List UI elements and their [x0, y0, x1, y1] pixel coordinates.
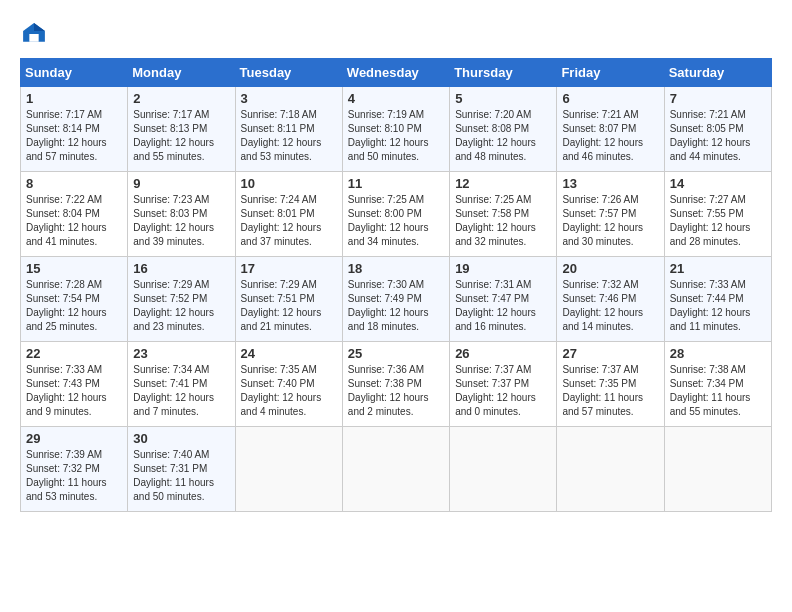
- header: [20, 20, 772, 48]
- day-cell: 20 Sunrise: 7:32 AM Sunset: 7:46 PM Dayl…: [557, 257, 664, 342]
- day-cell: 28 Sunrise: 7:38 AM Sunset: 7:34 PM Dayl…: [664, 342, 771, 427]
- day-number: 16: [133, 261, 229, 276]
- svg-rect-2: [29, 34, 38, 42]
- day-number: 19: [455, 261, 551, 276]
- day-cell: 6 Sunrise: 7:21 AM Sunset: 8:07 PM Dayli…: [557, 87, 664, 172]
- day-cell: 21 Sunrise: 7:33 AM Sunset: 7:44 PM Dayl…: [664, 257, 771, 342]
- day-number: 21: [670, 261, 766, 276]
- day-info: Sunrise: 7:18 AM Sunset: 8:11 PM Dayligh…: [241, 108, 337, 164]
- day-number: 30: [133, 431, 229, 446]
- day-cell: 18 Sunrise: 7:30 AM Sunset: 7:49 PM Dayl…: [342, 257, 449, 342]
- day-number: 23: [133, 346, 229, 361]
- day-cell: 5 Sunrise: 7:20 AM Sunset: 8:08 PM Dayli…: [450, 87, 557, 172]
- day-number: 12: [455, 176, 551, 191]
- day-info: Sunrise: 7:29 AM Sunset: 7:51 PM Dayligh…: [241, 278, 337, 334]
- svg-marker-1: [34, 23, 45, 31]
- day-info: Sunrise: 7:32 AM Sunset: 7:46 PM Dayligh…: [562, 278, 658, 334]
- day-cell: 2 Sunrise: 7:17 AM Sunset: 8:13 PM Dayli…: [128, 87, 235, 172]
- day-info: Sunrise: 7:17 AM Sunset: 8:14 PM Dayligh…: [26, 108, 122, 164]
- day-info: Sunrise: 7:28 AM Sunset: 7:54 PM Dayligh…: [26, 278, 122, 334]
- day-number: 18: [348, 261, 444, 276]
- day-cell: [557, 427, 664, 512]
- day-info: Sunrise: 7:23 AM Sunset: 8:03 PM Dayligh…: [133, 193, 229, 249]
- day-info: Sunrise: 7:21 AM Sunset: 8:07 PM Dayligh…: [562, 108, 658, 164]
- day-info: Sunrise: 7:29 AM Sunset: 7:52 PM Dayligh…: [133, 278, 229, 334]
- day-cell: [235, 427, 342, 512]
- day-cell: [664, 427, 771, 512]
- day-number: 28: [670, 346, 766, 361]
- day-info: Sunrise: 7:37 AM Sunset: 7:35 PM Dayligh…: [562, 363, 658, 419]
- day-cell: 12 Sunrise: 7:25 AM Sunset: 7:58 PM Dayl…: [450, 172, 557, 257]
- day-number: 26: [455, 346, 551, 361]
- day-cell: 14 Sunrise: 7:27 AM Sunset: 7:55 PM Dayl…: [664, 172, 771, 257]
- day-info: Sunrise: 7:36 AM Sunset: 7:38 PM Dayligh…: [348, 363, 444, 419]
- day-number: 7: [670, 91, 766, 106]
- week-row-5: 29 Sunrise: 7:39 AM Sunset: 7:32 PM Dayl…: [21, 427, 772, 512]
- day-cell: 29 Sunrise: 7:39 AM Sunset: 7:32 PM Dayl…: [21, 427, 128, 512]
- day-info: Sunrise: 7:31 AM Sunset: 7:47 PM Dayligh…: [455, 278, 551, 334]
- day-cell: 16 Sunrise: 7:29 AM Sunset: 7:52 PM Dayl…: [128, 257, 235, 342]
- day-cell: 26 Sunrise: 7:37 AM Sunset: 7:37 PM Dayl…: [450, 342, 557, 427]
- day-number: 17: [241, 261, 337, 276]
- day-number: 20: [562, 261, 658, 276]
- day-number: 27: [562, 346, 658, 361]
- day-cell: 3 Sunrise: 7:18 AM Sunset: 8:11 PM Dayli…: [235, 87, 342, 172]
- day-number: 8: [26, 176, 122, 191]
- day-cell: 13 Sunrise: 7:26 AM Sunset: 7:57 PM Dayl…: [557, 172, 664, 257]
- week-row-4: 22 Sunrise: 7:33 AM Sunset: 7:43 PM Dayl…: [21, 342, 772, 427]
- day-cell: 4 Sunrise: 7:19 AM Sunset: 8:10 PM Dayli…: [342, 87, 449, 172]
- day-cell: 24 Sunrise: 7:35 AM Sunset: 7:40 PM Dayl…: [235, 342, 342, 427]
- week-row-2: 8 Sunrise: 7:22 AM Sunset: 8:04 PM Dayli…: [21, 172, 772, 257]
- day-number: 1: [26, 91, 122, 106]
- day-cell: 1 Sunrise: 7:17 AM Sunset: 8:14 PM Dayli…: [21, 87, 128, 172]
- day-cell: 25 Sunrise: 7:36 AM Sunset: 7:38 PM Dayl…: [342, 342, 449, 427]
- header-row: SundayMondayTuesdayWednesdayThursdayFrid…: [21, 59, 772, 87]
- day-number: 25: [348, 346, 444, 361]
- day-number: 5: [455, 91, 551, 106]
- day-info: Sunrise: 7:19 AM Sunset: 8:10 PM Dayligh…: [348, 108, 444, 164]
- column-header-monday: Monday: [128, 59, 235, 87]
- day-info: Sunrise: 7:40 AM Sunset: 7:31 PM Dayligh…: [133, 448, 229, 504]
- day-number: 14: [670, 176, 766, 191]
- day-number: 6: [562, 91, 658, 106]
- day-cell: 30 Sunrise: 7:40 AM Sunset: 7:31 PM Dayl…: [128, 427, 235, 512]
- day-info: Sunrise: 7:35 AM Sunset: 7:40 PM Dayligh…: [241, 363, 337, 419]
- logo: [20, 20, 52, 48]
- day-cell: [342, 427, 449, 512]
- week-row-3: 15 Sunrise: 7:28 AM Sunset: 7:54 PM Dayl…: [21, 257, 772, 342]
- day-cell: 27 Sunrise: 7:37 AM Sunset: 7:35 PM Dayl…: [557, 342, 664, 427]
- day-info: Sunrise: 7:27 AM Sunset: 7:55 PM Dayligh…: [670, 193, 766, 249]
- week-row-1: 1 Sunrise: 7:17 AM Sunset: 8:14 PM Dayli…: [21, 87, 772, 172]
- day-cell: [450, 427, 557, 512]
- column-header-saturday: Saturday: [664, 59, 771, 87]
- logo-icon: [20, 20, 48, 48]
- day-number: 2: [133, 91, 229, 106]
- day-info: Sunrise: 7:21 AM Sunset: 8:05 PM Dayligh…: [670, 108, 766, 164]
- day-cell: 11 Sunrise: 7:25 AM Sunset: 8:00 PM Dayl…: [342, 172, 449, 257]
- day-info: Sunrise: 7:26 AM Sunset: 7:57 PM Dayligh…: [562, 193, 658, 249]
- day-info: Sunrise: 7:33 AM Sunset: 7:44 PM Dayligh…: [670, 278, 766, 334]
- day-info: Sunrise: 7:25 AM Sunset: 7:58 PM Dayligh…: [455, 193, 551, 249]
- day-info: Sunrise: 7:17 AM Sunset: 8:13 PM Dayligh…: [133, 108, 229, 164]
- day-info: Sunrise: 7:38 AM Sunset: 7:34 PM Dayligh…: [670, 363, 766, 419]
- day-cell: 22 Sunrise: 7:33 AM Sunset: 7:43 PM Dayl…: [21, 342, 128, 427]
- day-cell: 23 Sunrise: 7:34 AM Sunset: 7:41 PM Dayl…: [128, 342, 235, 427]
- column-header-tuesday: Tuesday: [235, 59, 342, 87]
- day-cell: 19 Sunrise: 7:31 AM Sunset: 7:47 PM Dayl…: [450, 257, 557, 342]
- day-number: 29: [26, 431, 122, 446]
- column-header-friday: Friday: [557, 59, 664, 87]
- day-info: Sunrise: 7:30 AM Sunset: 7:49 PM Dayligh…: [348, 278, 444, 334]
- column-header-sunday: Sunday: [21, 59, 128, 87]
- day-info: Sunrise: 7:20 AM Sunset: 8:08 PM Dayligh…: [455, 108, 551, 164]
- day-cell: 15 Sunrise: 7:28 AM Sunset: 7:54 PM Dayl…: [21, 257, 128, 342]
- calendar-table: SundayMondayTuesdayWednesdayThursdayFrid…: [20, 58, 772, 512]
- column-header-thursday: Thursday: [450, 59, 557, 87]
- day-number: 24: [241, 346, 337, 361]
- day-number: 9: [133, 176, 229, 191]
- day-info: Sunrise: 7:39 AM Sunset: 7:32 PM Dayligh…: [26, 448, 122, 504]
- day-cell: 7 Sunrise: 7:21 AM Sunset: 8:05 PM Dayli…: [664, 87, 771, 172]
- day-number: 4: [348, 91, 444, 106]
- day-info: Sunrise: 7:25 AM Sunset: 8:00 PM Dayligh…: [348, 193, 444, 249]
- day-info: Sunrise: 7:34 AM Sunset: 7:41 PM Dayligh…: [133, 363, 229, 419]
- day-number: 15: [26, 261, 122, 276]
